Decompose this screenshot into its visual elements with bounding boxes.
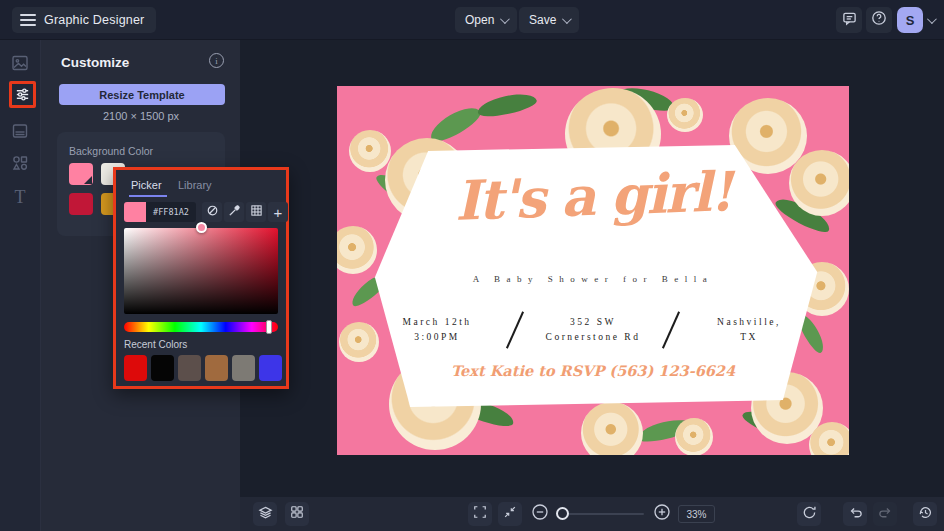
- sidebar-item-customize[interactable]: [9, 81, 36, 108]
- recent-color-taupe[interactable]: [178, 355, 201, 381]
- refresh-icon: [802, 505, 817, 524]
- redo-icon: [878, 505, 893, 524]
- sliders-icon: [14, 86, 31, 103]
- eyedropper-button[interactable]: [224, 202, 244, 222]
- slash-divider: [506, 311, 524, 348]
- rose-illustration: [667, 98, 703, 132]
- recent-colors-label: Recent Colors: [124, 339, 187, 350]
- leaf-illustration: [476, 90, 538, 120]
- shapes-icon: [11, 154, 29, 172]
- hue-slider-handle[interactable]: [266, 320, 272, 334]
- refresh-button[interactable]: [797, 502, 821, 526]
- rose-illustration: [581, 402, 643, 455]
- zoom-slider[interactable]: [558, 513, 644, 515]
- zoom-slider-handle[interactable]: [556, 507, 569, 520]
- color-swatch-pink[interactable]: [69, 163, 93, 185]
- info-icon[interactable]: i: [209, 53, 224, 68]
- hue-slider[interactable]: [124, 322, 278, 332]
- saturation-brightness-area[interactable]: [124, 228, 278, 314]
- color-swatch-crimson[interactable]: [69, 193, 93, 215]
- fit-to-screen-icon: [503, 505, 517, 523]
- hex-input[interactable]: #FF81A2: [146, 202, 196, 222]
- rose-illustration: [349, 130, 391, 172]
- undo-button[interactable]: [843, 502, 867, 526]
- no-color-icon: [206, 204, 219, 220]
- add-color-button[interactable]: +: [268, 202, 288, 222]
- zoom-out-button[interactable]: [528, 502, 552, 526]
- tab-library[interactable]: Library: [178, 179, 212, 191]
- layers-button[interactable]: [253, 502, 277, 526]
- invitation-details[interactable]: March 12th 3:00PM 352 SW Cornerstone Rd …: [377, 310, 809, 350]
- layers-icon: [258, 505, 273, 524]
- detail-address[interactable]: 352 SW Cornerstone Rd: [534, 315, 652, 345]
- save-button[interactable]: Save: [519, 7, 579, 33]
- invitation-artboard[interactable]: It's a girl! A Baby Shower for Bella Mar…: [337, 86, 849, 455]
- account-chevron-down-icon[interactable]: [927, 14, 937, 24]
- rose-illustration: [675, 418, 713, 455]
- chevron-down-icon: [500, 14, 510, 24]
- sidebar-item-text[interactable]: T: [7, 184, 33, 210]
- help-button[interactable]: [866, 7, 892, 33]
- panel-title: Customize: [61, 55, 129, 70]
- app-title-group[interactable]: Graphic Designer: [12, 7, 156, 33]
- help-icon: [871, 10, 887, 30]
- zoom-out-icon: [531, 503, 549, 525]
- recent-color-black[interactable]: [151, 355, 174, 381]
- undo-icon: [848, 505, 863, 524]
- plus-icon: +: [274, 205, 283, 220]
- saturation-cursor[interactable]: [196, 222, 207, 233]
- detail-date[interactable]: March 12th 3:00PM: [378, 315, 496, 345]
- feedback-button[interactable]: [836, 7, 862, 33]
- design-canvas[interactable]: It's a girl! A Baby Shower for Bella Mar…: [240, 40, 944, 497]
- zoom-in-button[interactable]: [650, 502, 674, 526]
- zoom-in-icon: [653, 503, 671, 525]
- detail-city[interactable]: Nashville, TX: [690, 315, 808, 345]
- background-color-label: Background Color: [69, 145, 153, 157]
- history-icon: [918, 505, 933, 524]
- no-color-button[interactable]: [202, 202, 222, 222]
- avatar[interactable]: S: [897, 7, 923, 33]
- sidebar-item-images[interactable]: [7, 50, 33, 76]
- top-bar: Graphic Designer Open Save S: [0, 0, 944, 40]
- message-icon: [842, 11, 857, 30]
- zoom-level-field[interactable]: 33%: [678, 505, 715, 523]
- grid-view-button[interactable]: [285, 502, 309, 526]
- fullscreen-icon: [473, 505, 487, 523]
- bottom-toolbar: 33%: [240, 497, 944, 531]
- current-color-chip: [124, 202, 146, 222]
- tab-picker[interactable]: Picker: [131, 179, 162, 191]
- fullscreen-button[interactable]: [468, 502, 492, 526]
- sidebar-item-shapes[interactable]: [7, 150, 33, 176]
- chevron-down-icon: [562, 14, 572, 24]
- rose-illustration: [339, 322, 379, 362]
- history-button[interactable]: [913, 502, 937, 526]
- grid-view-icon: [290, 505, 304, 523]
- recent-color-red[interactable]: [124, 355, 147, 381]
- app-title: Graphic Designer: [44, 13, 144, 27]
- recent-color-brown[interactable]: [205, 355, 228, 381]
- resize-template-button[interactable]: Resize Template: [59, 84, 225, 105]
- recent-color-blue[interactable]: [259, 355, 282, 381]
- image-icon: [11, 54, 29, 72]
- redo-button[interactable]: [873, 502, 897, 526]
- text-icon: T: [15, 187, 26, 208]
- sidebar-item-templates[interactable]: [7, 118, 33, 144]
- open-button[interactable]: Open: [455, 7, 517, 33]
- recent-color-gray[interactable]: [232, 355, 255, 381]
- color-grid-button[interactable]: [246, 202, 266, 222]
- template-dimensions: 2100 × 1500 px: [41, 110, 241, 122]
- fit-to-screen-button[interactable]: [498, 502, 522, 526]
- tool-rail: T: [0, 40, 40, 531]
- invitation-subtitle[interactable]: A Baby Shower for Bella: [337, 274, 849, 284]
- hamburger-menu-icon[interactable]: [20, 14, 36, 26]
- color-picker-popup: Picker Library #FF81A2 +: [113, 167, 289, 389]
- template-icon: [11, 122, 29, 140]
- slash-divider: [662, 311, 680, 348]
- grid-icon: [250, 204, 263, 220]
- invitation-rsvp[interactable]: Text Katie to RSVP (563) 123-6624: [337, 362, 849, 379]
- eyedropper-icon: [228, 204, 241, 220]
